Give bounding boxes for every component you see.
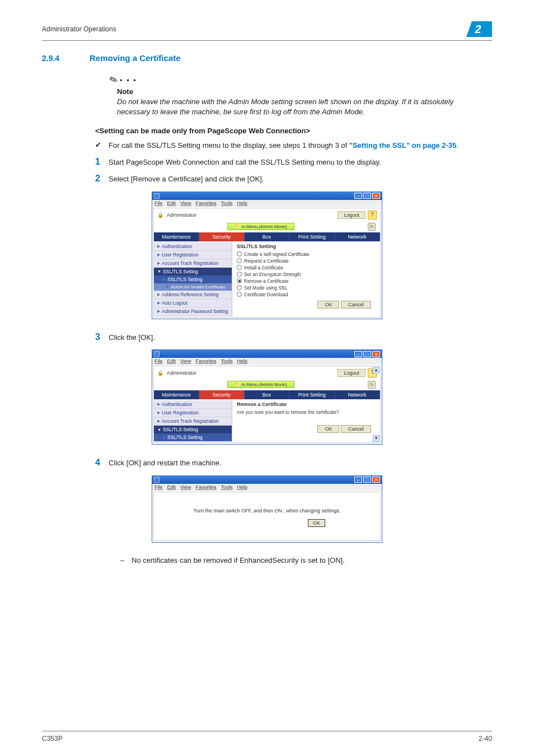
nav-user-registration[interactable]: ▶User Registration [154, 251, 232, 259]
menu-help[interactable]: Help [237, 358, 247, 364]
radio-self-signed[interactable] [237, 251, 242, 256]
submenu-text: in Menu (Admin Mode) [242, 224, 287, 229]
window-close[interactable]: × [372, 477, 380, 483]
footer-page: 2-40 [479, 735, 492, 743]
step-1-text: Start PageScope Web Connection and call … [109, 157, 478, 167]
content-confirm-title: Remove a Certificate [237, 402, 376, 407]
nav-ssltls-sub[interactable]: ▶SSL/TLS Setting [154, 276, 232, 283]
menu-file[interactable]: File [154, 484, 163, 490]
check-bullet-icon: ✔ [95, 141, 109, 149]
tab-security[interactable]: Security [199, 390, 245, 399]
menu-view[interactable]: View [180, 484, 191, 490]
menu-edit[interactable]: Edit [167, 358, 176, 364]
menu-file[interactable]: File [154, 358, 163, 364]
menu-tools[interactable]: Tools [221, 358, 232, 364]
ok-button[interactable]: OK [317, 301, 339, 309]
section-number: 2.9.4 [42, 54, 90, 63]
menu-help[interactable]: Help [237, 200, 247, 206]
window-close[interactable]: × [372, 351, 380, 357]
ok-button[interactable]: OK [317, 425, 339, 433]
ok-button[interactable]: OK [308, 519, 325, 527]
window-icon [154, 477, 160, 483]
radio-set-mode[interactable] [237, 285, 242, 290]
menu-favorites[interactable]: Favorites [195, 358, 216, 364]
nav-ssltls[interactable]: ▼SSL/TLS Setting [154, 268, 232, 276]
nav-auto-logout[interactable]: ▶Auto Logout [154, 299, 232, 307]
reload-icon[interactable]: ⟳ [368, 223, 376, 231]
radio-encryption[interactable] [237, 272, 242, 277]
submenu-pill[interactable]: 📁 in Menu (Admin Mode) [227, 381, 294, 388]
tab-print-setting[interactable]: Print Setting [289, 390, 335, 399]
nav-ssltls[interactable]: ▼SSL/TLS Setting [154, 426, 232, 433]
dash-note-text: No certificates can be removed if Enhanc… [132, 556, 345, 564]
menu-favorites[interactable]: Favorites [195, 484, 216, 490]
content-title: SSL/TLS Setting [237, 244, 376, 249]
tab-box[interactable]: Box [245, 390, 290, 399]
tab-print-setting[interactable]: Print Setting [289, 232, 335, 241]
section-title: Removing a Certificate [90, 53, 181, 63]
window-maximize[interactable]: □ [363, 351, 371, 357]
tab-security[interactable]: Security [199, 232, 245, 241]
window-minimize[interactable]: – [354, 477, 362, 483]
window-icon [154, 193, 160, 199]
sidebar-nav: ▶Authentication ▶User Registration ▶Acco… [154, 241, 232, 318]
dash-bullet: – [120, 556, 132, 564]
radio-remove[interactable] [237, 278, 242, 283]
window-maximize[interactable]: □ [363, 193, 371, 199]
step-3-text: Click the [OK]. [109, 333, 478, 343]
window-minimize[interactable]: – [354, 193, 362, 199]
bullet-post: . [456, 141, 458, 150]
window-close[interactable]: × [372, 193, 380, 199]
step-2-text: Select [Remove a Certificate] and click … [109, 174, 478, 184]
logout-button[interactable]: Logout [338, 369, 366, 377]
tab-network[interactable]: Network [335, 232, 380, 241]
logout-button[interactable]: Logout [338, 211, 366, 219]
chapter-number: 2 [475, 23, 483, 35]
help-icon[interactable]: ? [368, 211, 377, 220]
menu-view[interactable]: View [180, 358, 191, 364]
screenshot-confirm-remove: – □ × File Edit View Favorites Tools Hel… [152, 349, 382, 445]
menu-edit[interactable]: Edit [167, 200, 176, 206]
window-minimize[interactable]: – [354, 351, 362, 357]
nav-account-track[interactable]: ▶Account Track Registration [154, 259, 232, 268]
step-2-number: 2 [95, 174, 109, 183]
reload-icon[interactable]: ⟳ [368, 381, 376, 389]
scroll-up-icon[interactable]: ▲ [373, 367, 380, 374]
tab-maintenance[interactable]: Maintenance [154, 390, 199, 399]
radio-install[interactable] [237, 265, 242, 270]
cancel-button[interactable]: Cancel [341, 425, 371, 433]
nav-ssltls-sub[interactable]: ▶SSL/TLS Setting [154, 433, 232, 441]
admin-icon: 🔒 [157, 370, 163, 376]
radio-download[interactable] [237, 292, 242, 297]
menu-view[interactable]: View [180, 200, 191, 206]
nav-account-track[interactable]: ▶Account Track Registration [154, 417, 232, 426]
radio-request[interactable] [237, 258, 242, 263]
bullet-link[interactable]: "Setting the SSL" on page 2-35 [349, 141, 456, 150]
window-maximize[interactable]: □ [363, 477, 371, 483]
nav-authentication[interactable]: ▶Authentication [154, 400, 232, 409]
nav-action-invalid[interactable]: ▶Action for Invalid Certificate [154, 283, 232, 291]
menu-help[interactable]: Help [237, 484, 247, 490]
tab-network[interactable]: Network [335, 390, 380, 399]
menu-tools[interactable]: Tools [221, 484, 232, 490]
nav-admin-password[interactable]: ▶Administrator Password Setting [154, 307, 232, 316]
footer-model: C353P [42, 735, 63, 743]
cancel-button[interactable]: Cancel [341, 301, 371, 309]
restart-message: Turn the main switch OFF, and then ON , … [158, 508, 376, 514]
menu-tools[interactable]: Tools [221, 200, 232, 206]
browser-menubar: File Edit View Favorites Tools Help [152, 358, 382, 365]
menu-favorites[interactable]: Favorites [195, 200, 216, 206]
nav-authentication[interactable]: ▶Authentication [154, 242, 232, 251]
scroll-down-icon[interactable]: ▼ [373, 435, 380, 442]
menu-edit[interactable]: Edit [167, 484, 176, 490]
nav-address-ref[interactable]: ▶Address Reference Setting [154, 291, 232, 299]
sidebar-nav: ▶Authentication ▶User Registration ▶Acco… [154, 399, 232, 442]
submenu-pill[interactable]: 📁 in Menu (Admin Mode) [227, 223, 294, 230]
note-dots: • • • [120, 76, 137, 85]
tab-maintenance[interactable]: Maintenance [154, 232, 199, 241]
tab-box[interactable]: Box [245, 232, 290, 241]
nav-user-registration[interactable]: ▶User Registration [154, 409, 232, 417]
step-4-number: 4 [95, 458, 109, 467]
admin-label: Administrator [167, 370, 196, 376]
menu-file[interactable]: File [154, 200, 163, 206]
